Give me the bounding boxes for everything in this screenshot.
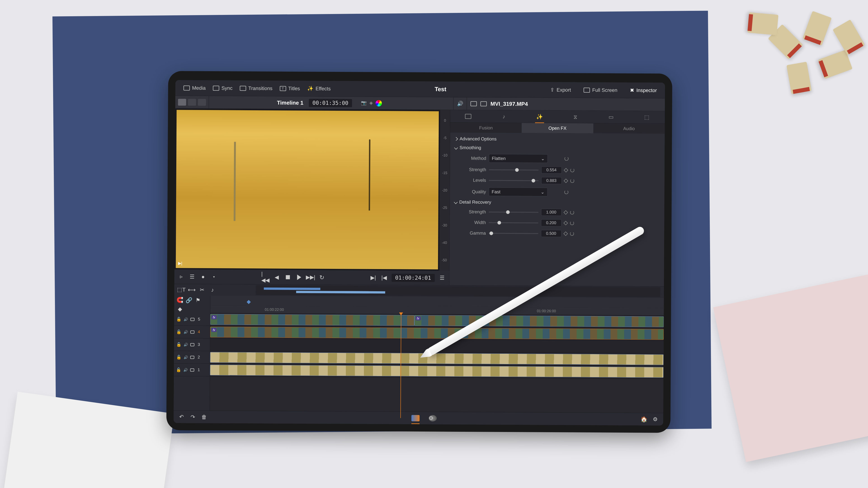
detail-width-value[interactable]: 0.200 (541, 219, 561, 226)
track-header-4[interactable]: 4 (174, 326, 210, 338)
audio-tool[interactable]: ♪ (209, 287, 216, 293)
track-header-3[interactable]: 3 (174, 338, 210, 351)
snap-button[interactable]: 🧲 (177, 297, 183, 303)
marker-menu[interactable]: ▾ (211, 273, 217, 280)
quality-dropdown[interactable]: Fast ⌄ (489, 188, 548, 196)
view-mode-dual[interactable] (188, 99, 196, 105)
tab-transition-icon[interactable]: ⧖ (571, 112, 580, 121)
tab-audio-icon[interactable]: ♪ (499, 112, 508, 121)
reset-button[interactable] (570, 221, 574, 225)
marker-button[interactable]: ◆ (177, 306, 183, 313)
reset-button[interactable] (564, 157, 568, 161)
flag-button[interactable]: ⚑ (195, 297, 202, 304)
go-start-button[interactable]: |◀◀ (262, 273, 269, 281)
lock-icon[interactable] (176, 342, 181, 347)
redo-button[interactable]: ↷ (189, 414, 196, 420)
track-lane-1[interactable] (210, 364, 663, 379)
scope-icon[interactable]: ◈ (369, 100, 373, 106)
sync-button[interactable]: Sync (209, 84, 236, 93)
export-button[interactable]: ⇪ Export (547, 85, 575, 95)
viewer-menu[interactable]: ☰ (439, 274, 445, 281)
tab-image-icon[interactable]: ▭ (607, 112, 616, 122)
tab-effects-icon[interactable]: ✨ (535, 112, 544, 121)
play-button[interactable] (296, 274, 303, 281)
viewer-preview[interactable]: ▶| (176, 110, 439, 269)
camera-icon[interactable]: 📷 (361, 100, 367, 106)
in-point-icon[interactable]: ▶| (178, 261, 182, 266)
page-cut[interactable] (411, 415, 420, 421)
video-icon[interactable] (190, 343, 194, 346)
blade-tool[interactable]: ✂ (199, 287, 206, 293)
reset-button[interactable] (570, 232, 574, 236)
speaker-icon[interactable]: 🔊 (457, 101, 463, 106)
loop-button[interactable]: ↻ (318, 274, 325, 281)
keyframe-button[interactable] (564, 168, 568, 172)
strength-slider[interactable] (489, 169, 539, 170)
titles-button[interactable]: T Titles (276, 84, 304, 93)
video-icon[interactable] (190, 356, 194, 359)
clip[interactable]: fx (210, 314, 414, 326)
inspector-button[interactable]: ✖︎ Inspector (626, 86, 660, 95)
step-back-button[interactable]: ◀ (273, 274, 280, 281)
timeline-duration[interactable]: 00:01:35:00 (309, 99, 352, 107)
tool-adjust[interactable]: ☰ (189, 273, 195, 280)
tab-video-icon[interactable] (464, 112, 473, 121)
trash-button[interactable]: 🗑 (201, 414, 208, 420)
clip-selected[interactable]: fx (210, 327, 664, 340)
trim-tool[interactable]: ⟷ (188, 287, 195, 293)
mute-icon[interactable] (184, 330, 188, 334)
mute-icon[interactable] (183, 355, 188, 360)
track-header-5[interactable]: 5 (174, 313, 210, 326)
home-button[interactable]: 🏠 (641, 416, 647, 423)
step-fwd-button[interactable]: ▶▶| (307, 274, 314, 281)
timeline-overview[interactable] (256, 285, 660, 297)
section-advanced-options[interactable]: Advanced Options (455, 134, 660, 144)
detail-gamma-slider[interactable] (489, 233, 538, 234)
reset-button[interactable] (564, 190, 568, 194)
track-lane-5[interactable]: fx fx (210, 313, 664, 328)
lock-icon[interactable] (176, 367, 181, 372)
marker-dot[interactable]: ● (199, 273, 206, 280)
media-button[interactable]: Media (180, 83, 209, 93)
subtab-audio[interactable]: Audio (593, 123, 665, 134)
method-dropdown[interactable]: Flatten ⌄ (489, 154, 548, 163)
keyframe-button[interactable] (563, 221, 568, 225)
lock-icon[interactable] (176, 317, 181, 322)
section-detail-recovery[interactable]: Detail Recovery (454, 198, 660, 207)
lock-icon[interactable] (176, 329, 181, 334)
strength-value[interactable]: 0.554 (541, 166, 561, 173)
inspector-body[interactable]: Advanced Options Smoothing Method Flatte… (450, 133, 665, 287)
track-lane-2[interactable] (210, 351, 663, 366)
mute-icon[interactable] (184, 317, 188, 322)
tool-pointer[interactable]: ▹ (178, 273, 185, 280)
detail-strength-slider[interactable] (489, 212, 538, 213)
track-lanes[interactable]: fx fx fx (210, 313, 664, 413)
transitions-button[interactable]: Transitions (236, 84, 276, 93)
levels-slider[interactable] (489, 180, 538, 181)
view-mode-single[interactable] (178, 99, 186, 105)
track-header-1[interactable]: 1 (174, 363, 210, 377)
go-out-button[interactable]: |◀ (381, 274, 388, 281)
go-in-button[interactable]: ▶| (370, 274, 377, 281)
keyframe-button[interactable] (563, 231, 568, 236)
video-icon[interactable] (190, 368, 194, 371)
page-color[interactable]: ⚙ (429, 415, 437, 421)
project-settings-button[interactable]: ⚙ (652, 416, 659, 423)
detail-gamma-value[interactable]: 0.500 (541, 230, 561, 237)
tab-file-icon[interactable]: ⬚ (643, 113, 651, 122)
detail-strength-value[interactable]: 1.000 (541, 209, 561, 216)
stop-button[interactable] (285, 274, 291, 281)
clip-video-icon[interactable] (471, 101, 477, 106)
subtab-openfx[interactable]: Open FX (522, 123, 593, 133)
track-lane-4[interactable]: fx (210, 326, 664, 341)
undo-button[interactable]: ↶ (178, 414, 185, 420)
keyframe-button[interactable] (563, 178, 568, 183)
subtab-fusion[interactable]: Fusion (450, 123, 522, 133)
arrow-tool[interactable]: ⬚T (178, 286, 185, 293)
track-header-2[interactable]: 2 (174, 351, 210, 364)
section-smoothing[interactable]: Smoothing (455, 143, 660, 153)
viewer-timecode[interactable]: 01:00:24:01 (392, 273, 435, 282)
view-mode-filmstrip[interactable] (198, 99, 206, 105)
effects-button[interactable]: ✨ Effects (304, 84, 334, 94)
reset-button[interactable] (570, 179, 574, 183)
